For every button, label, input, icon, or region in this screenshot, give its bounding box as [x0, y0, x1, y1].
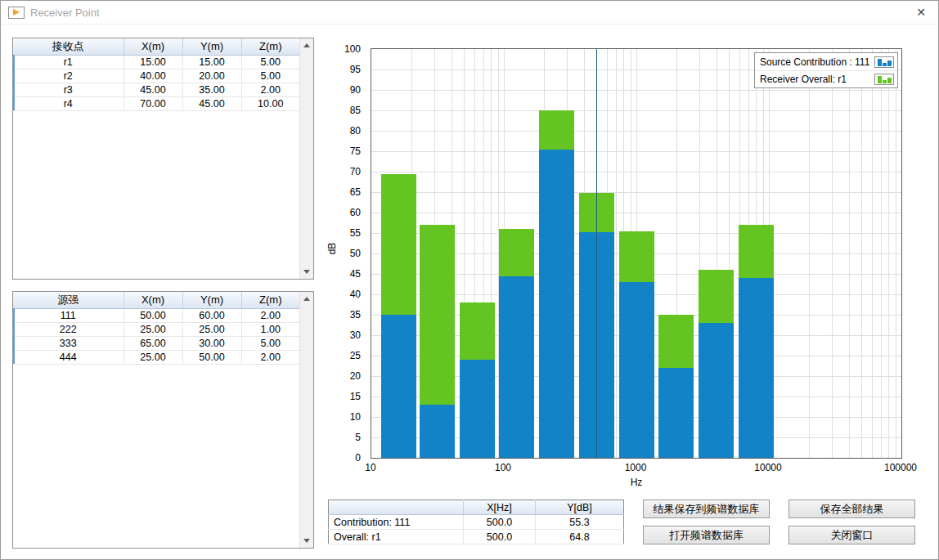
chart-legend: Source Contribution : 111 Receiver Overa…	[754, 52, 898, 88]
table-row[interactable]: r240.0020.005.00	[13, 69, 299, 83]
gridline-vertical	[861, 49, 862, 458]
column-header	[329, 500, 464, 515]
table-row[interactable]: Contribution: 111500.055.3	[329, 515, 624, 530]
table-cell[interactable]: 50.00	[182, 350, 241, 364]
scroll-down-icon	[303, 270, 310, 274]
table-cell[interactable]: 50.00	[124, 308, 182, 322]
column-header: Y[dB]	[536, 500, 624, 515]
table-cell[interactable]: 15.00	[124, 55, 182, 69]
titlebar: Receiver Point ✕	[1, 1, 938, 25]
scroll-down-icon	[303, 539, 310, 543]
close-icon[interactable]: ✕	[910, 4, 932, 20]
y-tick-label: 30	[328, 329, 361, 341]
x-axis-title: Hz	[371, 477, 902, 488]
table-cell[interactable]: 64.8	[536, 530, 624, 544]
open-spectrum-db-button[interactable]: 打开频谱数据库	[643, 526, 770, 544]
scroll-up-icon	[303, 43, 310, 47]
table-cell[interactable]: 60.00	[182, 308, 241, 322]
column-header: 源强	[13, 292, 124, 308]
table-row[interactable]: r345.0035.002.00	[13, 83, 299, 96]
x-tick-label: 100000	[884, 462, 917, 473]
bar-contribution-segment	[658, 368, 694, 458]
gridline-vertical	[832, 49, 833, 458]
table-cell[interactable]: 15.00	[182, 55, 241, 69]
y-tick-label: 55	[328, 227, 361, 239]
table-cell[interactable]: 40.00	[124, 69, 182, 83]
scroll-down-button[interactable]	[300, 265, 313, 279]
bar-contribution-segment	[539, 150, 574, 459]
bar-overall-segment	[420, 225, 455, 405]
y-tick-label: 0	[328, 452, 361, 464]
table-cell[interactable]: r2	[13, 69, 124, 83]
table-cell[interactable]: 25.00	[124, 322, 182, 336]
gridline-vertical	[872, 49, 873, 458]
table-cell[interactable]: 222	[13, 322, 124, 336]
receiver-point-window: Receiver Point ✕ 接收点X(m)Y(m)Z(m)r115.001…	[0, 0, 939, 560]
table-cell[interactable]: 500.0	[464, 530, 536, 544]
table-cell[interactable]: 65.00	[124, 336, 182, 350]
table-cell[interactable]: Contribution: 111	[329, 515, 464, 530]
table-cell[interactable]: 25.00	[182, 322, 241, 336]
table-cell[interactable]: 111	[13, 308, 124, 322]
plot-area[interactable]: Source Contribution : 111 Receiver Overa…	[371, 48, 902, 459]
table-cell[interactable]: 35.00	[182, 83, 241, 96]
table-row[interactable]: r470.0045.0010.00	[13, 96, 299, 110]
table-cell[interactable]: 55.3	[536, 515, 624, 530]
window-title: Receiver Point	[30, 7, 100, 19]
source-table-scrollbar[interactable]	[299, 292, 313, 548]
table-row[interactable]: 44425.0050.002.00	[13, 350, 299, 364]
bar-contribution-segment	[499, 276, 534, 459]
gridline-vertical	[881, 49, 882, 458]
cursor-line[interactable]	[596, 49, 597, 458]
table-cell[interactable]: 2.00	[241, 83, 299, 96]
scroll-up-icon	[303, 297, 310, 301]
table-row[interactable]: r115.0015.005.00	[13, 55, 299, 69]
y-tick-label: 15	[328, 391, 361, 402]
x-tick-label: 10000	[754, 462, 781, 473]
receiver-table-scrollbar[interactable]	[299, 38, 313, 279]
bar-overall-segment	[658, 315, 694, 368]
table-cell[interactable]: r4	[13, 96, 124, 110]
table-row[interactable]: 11150.0060.002.00	[13, 308, 299, 322]
table-cell[interactable]: 333	[13, 336, 124, 350]
gridline-vertical	[849, 49, 850, 458]
legend-label: Source Contribution : 111	[760, 56, 869, 68]
table-cell[interactable]: 45.00	[182, 96, 241, 110]
table-cell[interactable]: 70.00	[124, 96, 182, 110]
bar-overall-segment	[619, 231, 654, 283]
y-tick-label: 5	[328, 432, 361, 443]
table-row[interactable]: 22225.0025.001.00	[13, 322, 299, 336]
scroll-up-button[interactable]	[300, 292, 313, 306]
table-cell[interactable]: r1	[13, 55, 124, 69]
table-cell[interactable]: 5.00	[241, 55, 299, 69]
legend-label: Receiver Overall: r1	[760, 74, 847, 85]
x-tick-label: 100	[495, 462, 511, 473]
table-row[interactable]: Overall: r1500.064.8	[329, 530, 624, 544]
source-table[interactable]: 源强X(m)Y(m)Z(m)11150.0060.002.0022225.002…	[13, 292, 299, 365]
table-cell[interactable]: 10.00	[241, 96, 299, 110]
y-tick-label: 10	[328, 411, 361, 423]
table-cell[interactable]: 444	[13, 350, 124, 364]
table-cell[interactable]: 30.00	[182, 336, 241, 350]
table-cell[interactable]: Overall: r1	[329, 530, 464, 544]
table-cell[interactable]: r3	[13, 83, 124, 96]
table-cell[interactable]: 45.00	[124, 83, 182, 96]
table-cell[interactable]: 1.00	[241, 322, 299, 336]
receiver-table[interactable]: 接收点X(m)Y(m)Z(m)r115.0015.005.00r240.0020…	[13, 38, 299, 111]
scroll-down-button[interactable]	[300, 534, 313, 548]
table-cell[interactable]: 25.00	[124, 350, 182, 364]
save-results-to-spectrum-db-button[interactable]: 结果保存到频谱数据库	[643, 500, 770, 518]
y-tick-label: 70	[328, 166, 361, 177]
save-all-results-button[interactable]: 保存全部结果	[788, 500, 915, 518]
column-header: Z(m)	[241, 38, 299, 55]
table-row[interactable]: 33365.0030.005.00	[13, 336, 299, 350]
table-cell[interactable]: 2.00	[241, 350, 299, 364]
table-cell[interactable]: 5.00	[241, 336, 299, 350]
table-cell[interactable]: 20.00	[182, 69, 241, 83]
y-tick-label: 60	[328, 207, 361, 218]
table-cell[interactable]: 5.00	[241, 69, 299, 83]
table-cell[interactable]: 500.0	[464, 515, 536, 530]
close-window-button[interactable]: 关闭窗口	[788, 526, 915, 544]
scroll-up-button[interactable]	[300, 38, 313, 52]
table-cell[interactable]: 2.00	[241, 308, 299, 322]
